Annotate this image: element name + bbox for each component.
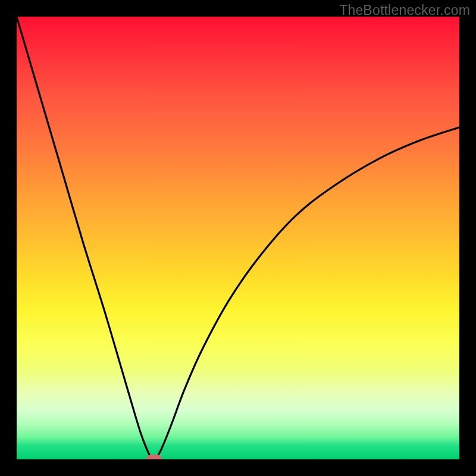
optimal-marker	[146, 455, 162, 459]
bottleneck-curve	[17, 17, 459, 459]
chart-frame: TheBottlenecker.com	[0, 0, 476, 476]
plot-area	[17, 17, 459, 459]
watermark-text: TheBottlenecker.com	[339, 2, 470, 18]
